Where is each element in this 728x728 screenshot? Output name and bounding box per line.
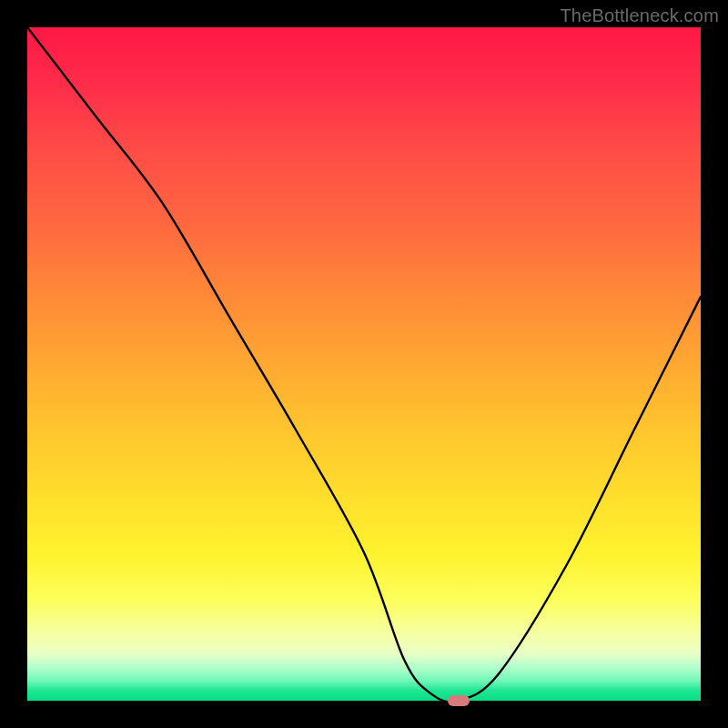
chart-frame: TheBottleneck.com — [0, 0, 728, 728]
plot-area — [27, 27, 701, 701]
optimal-marker — [448, 695, 470, 706]
bottleneck-curve — [27, 27, 701, 701]
watermark-text: TheBottleneck.com — [560, 5, 719, 26]
